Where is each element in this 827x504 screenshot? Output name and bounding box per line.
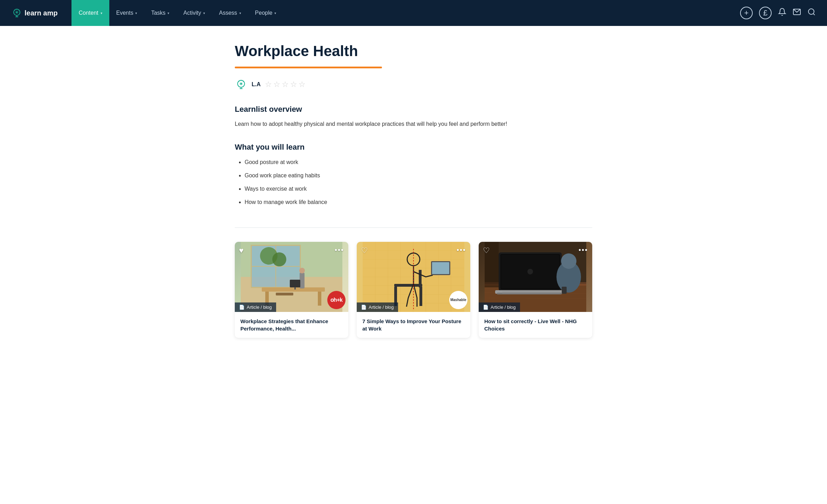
nav-content-label: Content: [78, 10, 98, 16]
svg-point-9: [808, 9, 814, 14]
meta-row: L.A ☆ ☆ ☆ ☆ ☆: [235, 78, 592, 91]
card-3[interactable]: ♡ ••• 📄 Article / blog How to sit correc…: [479, 242, 592, 338]
nav-items: Content ▾ Events ▾ Tasks ▾ Activity ▾ As…: [71, 0, 740, 26]
svg-rect-53: [419, 270, 422, 287]
nav-events-chevron: ▾: [135, 11, 137, 15]
card-1[interactable]: ♥ ••• 📄 Article / blog oh+k Workplace St…: [235, 242, 348, 338]
svg-point-31: [299, 268, 305, 273]
nav-item-events[interactable]: Events ▾: [109, 0, 144, 26]
svg-rect-30: [300, 273, 305, 288]
card-3-title: How to sit correctly - Live Well - NHG C…: [484, 318, 587, 332]
nav-events-label: Events: [116, 10, 134, 16]
card-2-body: 7 Simple Ways to Improve Your Posture at…: [357, 312, 470, 338]
nav-assess-label: Assess: [219, 10, 237, 16]
card-3-type-label: Article / blog: [491, 305, 516, 310]
card-2-source-logo: Mashable: [449, 291, 467, 309]
learn-title: What you will learn: [235, 143, 592, 152]
card-2-type-label: Article / blog: [369, 305, 394, 310]
card-2-favorite-icon[interactable]: ♡: [361, 246, 368, 255]
logo[interactable]: learn amp: [11, 7, 57, 19]
card-2[interactable]: ♡ ••• 📄 Article / blog Mashable 7 Simple…: [357, 242, 470, 338]
star-1[interactable]: ☆: [265, 80, 272, 89]
search-icon[interactable]: [807, 8, 816, 18]
nav-item-people[interactable]: People ▾: [248, 0, 283, 26]
card-3-body: How to sit correctly - Live Well - NHG C…: [479, 312, 592, 338]
section-divider: [235, 227, 592, 228]
nav-people-chevron: ▾: [274, 11, 276, 15]
overview-text: Learn how to adopt healthy physical and …: [235, 120, 592, 129]
learn-item-1: Good posture at work: [245, 158, 592, 166]
card-1-type-badge: 📄 Article / blog: [235, 302, 276, 312]
card-3-favorite-icon[interactable]: ♡: [483, 246, 490, 255]
card-3-article-icon: 📄: [483, 305, 488, 310]
svg-rect-29: [318, 292, 321, 306]
nav-item-activity[interactable]: Activity ▾: [176, 0, 212, 26]
card-1-source-logo: oh+k: [327, 291, 346, 309]
svg-point-4: [16, 12, 18, 13]
svg-rect-50: [394, 284, 422, 287]
card-1-title: Workplace Strategies that Enhance Perfor…: [240, 318, 343, 332]
card-1-article-icon: 📄: [239, 305, 245, 310]
svg-line-17: [243, 81, 244, 82]
learn-item-3: Ways to exercise at work: [245, 185, 592, 193]
svg-point-72: [561, 253, 576, 269]
card-3-type-badge: 📄 Article / blog: [479, 302, 520, 312]
card-1-menu-icon[interactable]: •••: [335, 246, 344, 254]
svg-point-26: [272, 252, 286, 266]
card-2-article-icon: 📄: [361, 305, 367, 310]
page-title: Workplace Health: [235, 43, 592, 60]
main-content: Workplace Health L.A ☆ ☆ ☆ ☆ ☆ Learnlist…: [221, 26, 606, 352]
svg-line-10: [813, 14, 815, 15]
card-1-type-label: Article / blog: [247, 305, 272, 310]
navbar: learn amp Content ▾ Events ▾ Tasks ▾ Act…: [0, 0, 827, 26]
card-2-image: ♡ ••• 📄 Article / blog Mashable: [357, 242, 470, 312]
card-2-title: 7 Simple Ways to Improve Your Posture at…: [362, 318, 465, 332]
nav-item-tasks[interactable]: Tasks ▾: [144, 0, 176, 26]
card-1-favorite-icon[interactable]: ♥: [239, 246, 244, 255]
svg-rect-70: [502, 292, 560, 294]
svg-rect-33: [290, 280, 300, 287]
card-3-menu-icon[interactable]: •••: [579, 246, 588, 254]
nav-tasks-chevron: ▾: [168, 11, 169, 15]
nav-item-content[interactable]: Content ▾: [71, 0, 109, 26]
star-rating[interactable]: ☆ ☆ ☆ ☆ ☆: [265, 80, 306, 89]
svg-rect-27: [262, 287, 325, 292]
laptop-scene-svg: [479, 242, 592, 312]
card-2-menu-icon[interactable]: •••: [457, 246, 466, 254]
logo-icon: [11, 7, 22, 19]
meta-label: L.A: [252, 81, 261, 88]
notification-bell-icon[interactable]: [778, 8, 786, 18]
svg-rect-32: [276, 293, 293, 295]
learn-list: Good posture at work Good work place eat…: [235, 158, 592, 206]
nav-item-assess[interactable]: Assess ▾: [212, 0, 248, 26]
star-3[interactable]: ☆: [282, 80, 289, 89]
nav-content-chevron: ▾: [101, 11, 102, 15]
learnamp-icon: [235, 78, 247, 91]
card-2-type-badge: 📄 Article / blog: [357, 302, 398, 312]
star-4[interactable]: ☆: [290, 80, 297, 89]
orange-divider: [235, 67, 382, 68]
currency-button[interactable]: £: [759, 7, 772, 19]
mail-icon[interactable]: [793, 8, 801, 18]
learn-item-2: Good work place eating habits: [245, 171, 592, 180]
card-1-body: Workplace Strategies that Enhance Perfor…: [235, 312, 348, 338]
svg-rect-73: [562, 287, 567, 294]
nav-right-icons: + £: [740, 7, 816, 19]
nav-activity-label: Activity: [183, 10, 201, 16]
svg-rect-56: [432, 262, 449, 274]
nav-people-label: People: [255, 10, 273, 16]
cards-row: ♥ ••• 📄 Article / blog oh+k Workplace St…: [235, 242, 592, 352]
overview-title: Learnlist overview: [235, 105, 592, 114]
add-button[interactable]: +: [740, 7, 753, 19]
nav-assess-chevron: ▾: [239, 11, 241, 15]
star-5[interactable]: ☆: [299, 80, 306, 89]
card-3-image: ♡ ••• 📄 Article / blog: [479, 242, 592, 312]
logo-text: learn amp: [25, 9, 57, 17]
svg-line-18: [239, 81, 239, 82]
svg-point-15: [240, 83, 242, 85]
star-2[interactable]: ☆: [273, 80, 280, 89]
nav-tasks-label: Tasks: [151, 10, 165, 16]
nav-activity-chevron: ▾: [203, 11, 205, 15]
svg-point-67: [527, 269, 533, 274]
learn-item-4: How to manage work life balance: [245, 198, 592, 206]
